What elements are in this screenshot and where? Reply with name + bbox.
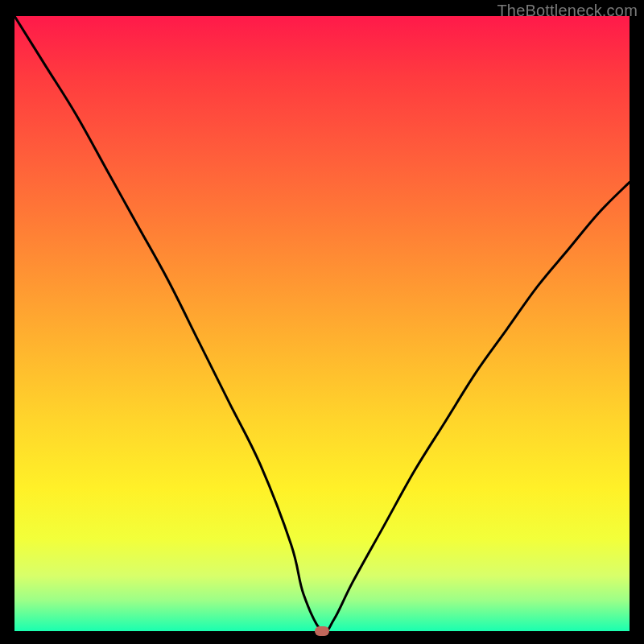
chart-container: TheBottleneck.com	[0, 0, 644, 644]
optimum-marker	[315, 626, 329, 636]
bottleneck-curve	[14, 16, 630, 631]
curve-svg	[14, 16, 630, 631]
plot-area	[14, 16, 630, 631]
watermark-text: TheBottleneck.com	[497, 2, 638, 20]
